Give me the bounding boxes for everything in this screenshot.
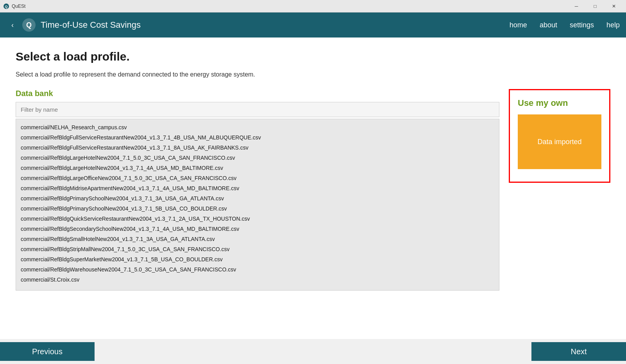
nav-logo-icon: Q	[22, 18, 36, 32]
main-content: Select a load profile. Select a load pro…	[0, 37, 626, 339]
list-item[interactable]: commercial/RefBldgLargeHotelNew2004_v1.3…	[16, 163, 499, 173]
list-item[interactable]: commercial/RefBldgPrimarySchoolNew2004_v…	[16, 203, 499, 214]
back-button[interactable]: ‹	[6, 19, 19, 31]
import-button[interactable]: Data imported	[518, 114, 601, 169]
svg-text:Q: Q	[26, 21, 32, 29]
list-item[interactable]: commercial/St.Croix.csv	[16, 275, 499, 285]
list-item[interactable]: commercial/RefBldgQuickServiceRestaurant…	[16, 214, 499, 224]
close-button[interactable]: ✕	[605, 0, 623, 12]
nav-about[interactable]: about	[540, 21, 557, 29]
svg-text:Q: Q	[5, 5, 7, 9]
page-title: Select a load profile.	[16, 50, 610, 63]
footer: Previous Next	[0, 339, 626, 364]
use-my-own-section: Use my own Data imported	[509, 89, 610, 183]
list-item[interactable]: commercial/RefBldgLargeOfficeNew2004_7.1…	[16, 173, 499, 183]
list-item[interactable]: commercial/RefBldgFullServiceRestaurantN…	[16, 143, 499, 153]
next-button[interactable]: Next	[531, 342, 626, 361]
filter-input[interactable]	[16, 102, 499, 117]
previous-button[interactable]: Previous	[0, 342, 95, 361]
use-my-own-title: Use my own	[518, 98, 601, 108]
nav-settings[interactable]: settings	[570, 21, 594, 29]
minimize-button[interactable]: ─	[567, 0, 585, 12]
maximize-button[interactable]: □	[586, 0, 604, 12]
title-bar-text: QuESt	[12, 4, 567, 9]
list-item[interactable]: commercial/RefBldgSecondarySchoolNew2004…	[16, 224, 499, 234]
list-item[interactable]: commercial/RefBldgPrimarySchoolNew2004_v…	[16, 193, 499, 203]
list-item[interactable]: commercial/RefBldgWarehouseNew2004_7.1_5…	[16, 264, 499, 275]
nav-links: home about settings help	[510, 21, 620, 29]
nav-title: Time-of-Use Cost Savings	[41, 20, 510, 30]
nav-bar: ‹ Q Time-of-Use Cost Savings home about …	[0, 12, 626, 37]
list-item[interactable]: commercial/RefBldgSuperMarketNew2004_v1.…	[16, 254, 499, 264]
content-row: Data bank commercial/NELHA_Research_camp…	[16, 89, 610, 291]
list-item[interactable]: commercial/RefBldgLargeHotelNew2004_7.1_…	[16, 153, 499, 163]
list-item[interactable]: commercial/RefBldgMidriseApartmentNew200…	[16, 183, 499, 193]
app-icon: Q	[3, 3, 9, 9]
data-bank-section: Data bank commercial/NELHA_Research_camp…	[16, 89, 499, 291]
file-list[interactable]: commercial/NELHA_Research_campus.csv com…	[16, 119, 499, 291]
nav-help[interactable]: help	[606, 21, 620, 29]
list-item[interactable]: commercial/RefBldgStripMallNew2004_7.1_5…	[16, 244, 499, 254]
list-item[interactable]: commercial/RefBldgSmallHotelNew2004_v1.3…	[16, 234, 499, 244]
data-bank-title: Data bank	[16, 89, 499, 98]
page-description: Select a load profile to represent the d…	[16, 71, 610, 78]
title-bar: Q QuESt ─ □ ✕	[0, 0, 626, 12]
list-item[interactable]: commercial/NELHA_Research_campus.csv	[16, 122, 499, 132]
window-controls: ─ □ ✕	[567, 0, 623, 12]
list-item[interactable]: commercial/RefBldgFullServiceRestaurantN…	[16, 132, 499, 143]
nav-home[interactable]: home	[510, 21, 527, 29]
